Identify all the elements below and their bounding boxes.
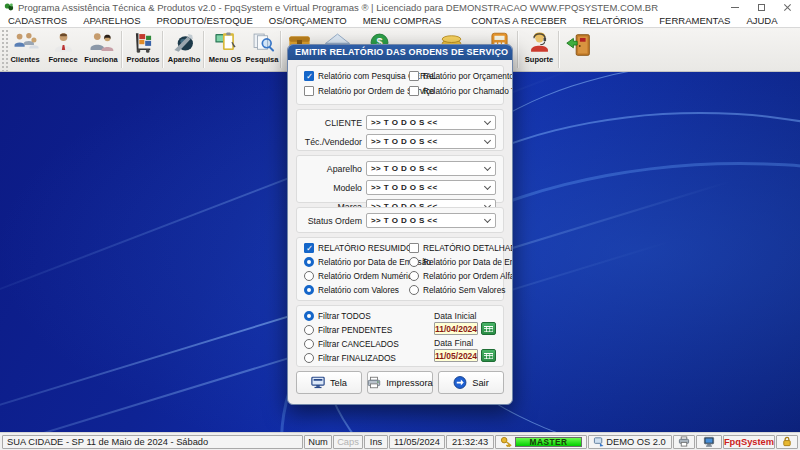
close-button[interactable]	[774, 0, 800, 14]
chevron-down-icon	[484, 137, 491, 144]
menu-os-orcamento[interactable]: OS/ORÇAMENTO	[261, 15, 355, 26]
radio[interactable]	[304, 271, 314, 281]
radio[interactable]	[304, 311, 314, 321]
toolbar-separator	[162, 31, 163, 68]
radio-filtrar-pendentes[interactable]: Filtrar PENDENTES	[304, 325, 434, 335]
sair-button[interactable]: Sair	[438, 371, 504, 394]
check-detalhado[interactable]: RELATÓRIO DETALHADO	[409, 243, 513, 253]
data-final-field[interactable]: 11/05/2024	[434, 349, 478, 362]
status-ordem-label: Status Ordem	[304, 216, 362, 226]
cliente-select[interactable]: >> T O D O S <<	[366, 115, 496, 130]
service-order-icon	[212, 30, 239, 55]
toolbar-label: Clientes	[10, 55, 39, 64]
screen-icon	[311, 376, 325, 389]
radio-data-emissao[interactable]: Relatório por Data de Emissão	[304, 257, 409, 267]
report-dialog: EMITIR RELATÓRIO DAS ORDENS DE SERVIÇO R…	[287, 44, 513, 405]
radio[interactable]	[304, 325, 314, 335]
menu-ajuda[interactable]: AJUDA	[738, 15, 785, 26]
toolbar-funcionario-button[interactable]: Funciona	[82, 30, 120, 71]
tela-button[interactable]: Tela	[296, 371, 362, 394]
check-por-chamado-tecnico[interactable]: Relatório por Chamado Técnico	[409, 86, 513, 96]
calendar-icon[interactable]	[481, 322, 496, 335]
user-badge: MASTER	[515, 437, 582, 447]
radio[interactable]	[304, 353, 314, 363]
chevron-down-icon	[484, 216, 491, 223]
status-printer[interactable]	[673, 435, 695, 449]
data-final-label: Data Final	[434, 338, 496, 348]
radio-filtrar-cancelados[interactable]: Filtrar CANCELADOS	[304, 339, 434, 349]
employees-icon	[88, 30, 115, 55]
status-group: Status Ordem >> T O D O S <<	[296, 207, 504, 233]
checkbox[interactable]	[304, 243, 314, 253]
exit-arrow-icon	[453, 376, 467, 389]
menu-ferramentas[interactable]: FERRAMENTAS	[651, 15, 738, 26]
calendar-icon[interactable]	[481, 349, 496, 362]
menu-produto-estoque[interactable]: PRODUTO/ESTOQUE	[149, 15, 261, 26]
check-resumido[interactable]: RELATÓRIO RESUMIDO	[304, 243, 409, 253]
cliente-label: CLIENTE	[304, 118, 362, 128]
minimize-button[interactable]	[722, 0, 748, 14]
checkbox[interactable]	[409, 71, 419, 81]
status-ordem-select[interactable]: >> T O D O S <<	[366, 213, 496, 228]
status-time: 21:32:43	[446, 435, 494, 449]
toolbar-aparelho-button[interactable]: Aparelho	[165, 30, 203, 71]
checkbox[interactable]	[409, 86, 419, 96]
check-por-orcamento[interactable]: Relatório por Orçamento	[409, 71, 513, 81]
radio-data-entrega[interactable]: Relatório por Data de Entrega	[409, 257, 513, 267]
data-inicial-field[interactable]: 11/04/2024	[434, 322, 478, 335]
tec-vendedor-select[interactable]: >> T O D O S <<	[366, 134, 496, 149]
status-location: SUA CIDADE - SP 11 de Maio de 2024 - Sáb…	[2, 435, 303, 449]
data-inicial-label: Data Inicial	[434, 311, 496, 321]
radio[interactable]	[409, 271, 419, 281]
dialog-title: EMITIR RELATÓRIO DAS ORDENS DE SERVIÇO	[288, 45, 512, 60]
menu-bar: CADASTROS APARELHOS PRODUTO/ESTOQUE OS/O…	[0, 14, 800, 27]
supplier-icon	[50, 30, 77, 55]
toolbar-menu-os-button[interactable]: Menu OS	[206, 30, 244, 71]
check-por-ordem-servico[interactable]: Relatório por Ordem de Serviço	[304, 86, 409, 96]
checkbox[interactable]	[409, 243, 419, 253]
status-lock	[776, 435, 798, 449]
radio-ordem-numerica[interactable]: Relatório Ordem Numérica	[304, 271, 409, 281]
status-user: MASTER	[495, 435, 587, 449]
check-pesquisa-geral[interactable]: Relatório com Pesquisa GERAL	[304, 71, 409, 81]
menu-compras[interactable]: MENU COMPRAS	[355, 15, 450, 26]
radio-filtrar-todos[interactable]: Filtrar TODOS	[304, 311, 434, 321]
status-terminal[interactable]	[696, 435, 722, 449]
toolbar-sair-button[interactable]	[561, 30, 597, 71]
menu-contas-a-receber[interactable]: CONTAS A RECEBER	[463, 15, 574, 26]
toolbar-produtos-button[interactable]: Produtos	[124, 30, 162, 71]
impressora-button[interactable]: Impressora	[367, 371, 433, 394]
radio-com-valores[interactable]: Relatório com Valores	[304, 285, 409, 295]
radio[interactable]	[304, 257, 314, 267]
toolbar-suporte-button[interactable]: Suporte	[520, 30, 558, 71]
terminal-monitor-icon	[703, 436, 715, 447]
checkbox[interactable]	[304, 71, 314, 81]
maximize-button[interactable]	[748, 0, 774, 14]
chevron-down-icon	[484, 118, 491, 125]
menu-cadastros[interactable]: CADASTROS	[0, 15, 75, 26]
toolbar-fornecedor-button[interactable]: Fornece	[44, 30, 82, 71]
radio-filtrar-finalizados[interactable]: Filtrar FINALIZADOS	[304, 353, 434, 363]
checkbox-label: RELATÓRIO RESUMIDO	[318, 243, 412, 253]
radio[interactable]	[304, 285, 314, 295]
toolbar-clientes-button[interactable]: Clientes	[6, 30, 44, 71]
checkbox[interactable]	[304, 86, 314, 96]
radio[interactable]	[409, 257, 419, 267]
radio-sem-valores[interactable]: Relatório Sem Valores	[409, 285, 513, 295]
lock-icon	[781, 436, 793, 447]
checkbox-label: Relatório por Orçamento	[423, 71, 513, 81]
toolbar-separator	[558, 31, 559, 68]
radio[interactable]	[409, 285, 419, 295]
aparelho-select[interactable]: >> T O D O S <<	[366, 161, 496, 176]
radio-label: Filtrar CANCELADOS	[318, 339, 399, 349]
radio[interactable]	[304, 339, 314, 349]
menu-aparelhos[interactable]: APARELHOS	[75, 15, 148, 26]
clients-icon	[12, 30, 39, 55]
modelo-select[interactable]: >> T O D O S <<	[366, 180, 496, 195]
filter-group: Filtrar TODOS Filtrar PENDENTES Filtrar …	[296, 305, 504, 367]
radio-ordem-alfabetica[interactable]: Relatório por Ordem Alfabética	[409, 271, 513, 281]
toolbar-label: Funciona	[84, 55, 117, 64]
menu-relatorios[interactable]: RELATÓRIOS	[575, 15, 652, 26]
status-product: DEMO OS 2.0	[588, 435, 672, 449]
toolbar-pesquisa-button[interactable]: Pesquisa	[243, 30, 281, 71]
